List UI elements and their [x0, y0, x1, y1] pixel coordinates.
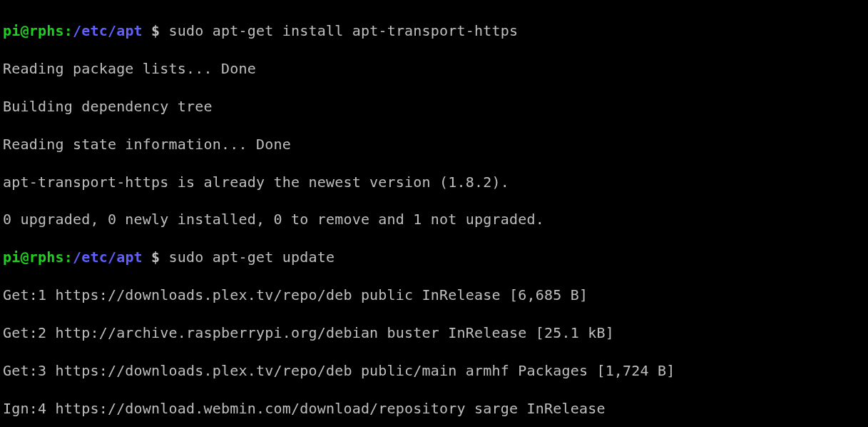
- output-line: Get:1 https://downloads.plex.tv/repo/deb…: [3, 286, 865, 304]
- terminal[interactable]: pi@rphs:/etc/apt $ sudo apt-get install …: [0, 0, 868, 427]
- prompt-line-2: pi@rphs:/etc/apt $ sudo apt-get update: [3, 248, 865, 266]
- output-line: Building dependency tree: [3, 97, 865, 116]
- prompt-sep: :: [64, 22, 73, 39]
- prompt-user: pi@rphs: [3, 22, 64, 39]
- output-line: Get:3 https://downloads.plex.tv/repo/deb…: [3, 361, 865, 380]
- command-2: sudo apt-get update: [169, 248, 335, 266]
- prompt-user: pi@rphs: [3, 248, 64, 266]
- output-line: Ign:4 https://download.webmin.com/downlo…: [3, 399, 865, 418]
- output-line: apt-transport-https is already the newes…: [3, 173, 865, 191]
- prompt-line-1: pi@rphs:/etc/apt $ sudo apt-get install …: [3, 21, 865, 40]
- output-line: 0 upgraded, 0 newly installed, 0 to remo…: [3, 210, 865, 228]
- output-line: Reading state information... Done: [3, 135, 865, 154]
- prompt-dollar: $: [143, 22, 169, 39]
- command-1: sudo apt-get install apt-transport-https: [169, 22, 519, 39]
- prompt-dollar: $: [143, 248, 169, 266]
- prompt-path: /etc/apt: [73, 248, 143, 266]
- output-line: Reading package lists... Done: [3, 59, 865, 78]
- prompt-sep: :: [64, 248, 73, 266]
- output-line: Get:2 http://archive.raspberrypi.org/deb…: [3, 323, 865, 342]
- prompt-path: /etc/apt: [73, 22, 143, 39]
